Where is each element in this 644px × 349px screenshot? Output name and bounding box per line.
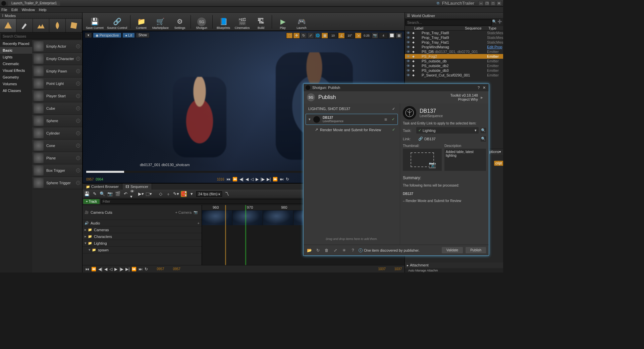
step-fwd-icon[interactable]: ⏩ [273,177,278,182]
col-sequence[interactable]: Sequence [465,26,488,30]
cat-geometry[interactable]: Geometry [0,74,32,81]
marketplace-button[interactable]: 🛒Marketplace [151,13,170,30]
place-item[interactable]: Empty Pawni [32,65,82,78]
collapse-all-icon[interactable]: ✳ [341,247,347,253]
menu-help[interactable]: Help [39,8,47,12]
launch-button[interactable]: 🎮Launch [292,13,311,30]
director-icon[interactable]: 🎬 [115,191,121,197]
close-button[interactable]: ✕ [481,86,487,90]
angle-size[interactable]: 10° [345,33,355,39]
level-tab[interactable]: Launch_Trailer_P_Enterprise1 [8,1,60,6]
range-out[interactable]: 1037 [394,267,402,271]
next-icon[interactable]: ▸ [481,95,485,100]
step-fwd-icon[interactable]: ⏩ [131,267,137,271]
content-button[interactable]: 📁Content [132,13,150,30]
cat-basic[interactable]: Basic [0,47,32,54]
search-classes-input[interactable] [1,34,81,39]
info-icon[interactable]: i [76,57,80,61]
render-movie-icon[interactable]: 📷 [107,191,113,197]
view-options-icon[interactable]: 👁▾ [130,191,136,197]
cat-visual-effects[interactable]: Visual Effects [0,67,32,74]
info-icon[interactable]: i [76,168,80,172]
settings-button[interactable]: ⚙Settings [171,13,189,30]
tab-sequencer[interactable]: 🎞 Sequencer [122,184,152,190]
angle-snap-icon[interactable]: ∠ [338,33,345,39]
track-folder-lighting[interactable]: ▾📁Lighting [83,240,202,247]
goto-start-icon[interactable]: ⏮ [226,177,230,182]
step-back-icon[interactable]: ⏪ [91,267,96,271]
scale-mode-icon[interactable]: ⤢ [307,33,314,39]
outliner-row[interactable]: 👁 ◆ PS_DB db0137_001, db0270_001 Emitter [405,49,503,54]
snap-options-icon[interactable]: ▾ [189,191,195,197]
browse-icon[interactable]: 📂 [306,247,312,253]
place-mode-tab[interactable] [0,19,16,32]
item-menu-icon[interactable]: ≡ [384,117,387,122]
edit-mode-icon[interactable]: ✎▾ [173,191,179,197]
outliner-search-input[interactable] [406,19,492,26]
playhead[interactable] [225,205,226,265]
save-sequence-icon[interactable]: 💾 [84,191,90,197]
place-item[interactable]: Cylinderi [32,127,82,140]
link-field[interactable]: 🔗DB137 [416,136,479,142]
info-icon[interactable]: i [76,131,80,135]
info-icon[interactable]: i [76,106,80,110]
visibility-icon[interactable]: 👁 [406,54,411,58]
add-filter-icon[interactable]: ➕ [497,19,502,26]
place-item[interactable]: Point Lighti [32,78,82,90]
help-icon[interactable]: ? [350,247,356,253]
info-icon[interactable]: i [76,82,80,86]
help-button[interactable]: ? [476,86,481,90]
blutility-tab[interactable]: cript [494,161,503,166]
search-icon[interactable]: 🔍 [481,128,486,133]
place-item[interactable]: Cubei [32,102,82,115]
prev-frame-icon[interactable]: ◀ [104,267,107,271]
prev-key-icon[interactable]: ◀| [239,177,244,182]
menu-window[interactable]: Window [22,8,35,12]
track-audio[interactable]: 🔊Audio+ [83,220,202,227]
visibility-icon[interactable]: 👁 [406,73,411,77]
play-button[interactable]: ▶Play [274,13,292,30]
translate-mode-icon[interactable]: ✥ [293,33,300,39]
working-in[interactable]: 0957 [173,267,180,271]
goto-end-icon[interactable]: ⏭ [139,267,143,271]
viewport-layout-icon[interactable]: ▦ [395,33,402,39]
outliner-row[interactable]: 👁 ◆ P_Sword_Cut_Scsf0290_001 Emitter [405,73,503,78]
show-dropdown[interactable]: Show [136,33,150,38]
fps-dropdown[interactable]: 24 fps (film) ▾ [196,191,222,197]
thumbnail-dropzone[interactable]: 📷 [403,149,442,171]
info-icon[interactable]: i [76,94,80,98]
source-control-icon[interactable]: ⧉ [437,1,439,5]
undo-icon[interactable]: ↶ [122,191,128,197]
cat-recently-placed[interactable]: Recently Placed [0,40,32,47]
search-icon[interactable]: 🔍 [481,136,486,142]
prev-frame-icon[interactable]: ◀ [246,177,249,182]
camera-speed-icon[interactable]: 📷 [372,33,378,39]
prev-key-icon[interactable]: ◀| [98,267,102,271]
next-key-icon[interactable]: ▶| [125,267,129,271]
reverse-icon[interactable]: ◁ [109,267,112,271]
landscape-mode-tab[interactable] [33,19,49,32]
visibility-icon[interactable]: 👁 [406,64,411,68]
task-dropdown[interactable]: ✓Lighting▾ [416,127,479,134]
visibility-icon[interactable]: 👁 [406,50,411,54]
visibility-icon[interactable]: 👁 [406,68,411,72]
outliner-row[interactable]: 👁 ◆ Prop_Tray_Flat9 StaticMesh [405,35,503,40]
cat-all-classes[interactable]: All Classes [0,87,32,94]
restore-button[interactable]: ❐ [484,1,490,6]
cat-cinematic[interactable]: Cinematic [0,60,32,67]
add-camera-button[interactable]: + Camera [175,210,192,214]
geometry-mode-tab[interactable] [66,19,82,32]
outliner-row[interactable]: 👁 ◆ PS_outside_db Emitter [405,59,503,63]
publish-button[interactable]: Publish [466,247,486,253]
scale-snap-icon[interactable]: ⇲ [355,33,362,39]
minimize-button[interactable]: – [478,1,484,6]
working-out[interactable]: 1037 [378,267,386,271]
visibility-icon[interactable]: 👁 [406,45,411,49]
loop-icon[interactable]: ↻ [145,267,148,271]
track-camera-cuts[interactable]: 🎥 Camera Cuts + Camera 📷 [83,205,202,220]
info-icon[interactable]: i [76,181,80,185]
publish-subitem[interactable]: ↗ Render Movie and Submit for Review ✓ [306,126,398,133]
info-icon[interactable]: i [76,156,80,160]
maximize-button[interactable]: □ [490,1,496,6]
visibility-icon[interactable]: 👁 [406,36,411,40]
